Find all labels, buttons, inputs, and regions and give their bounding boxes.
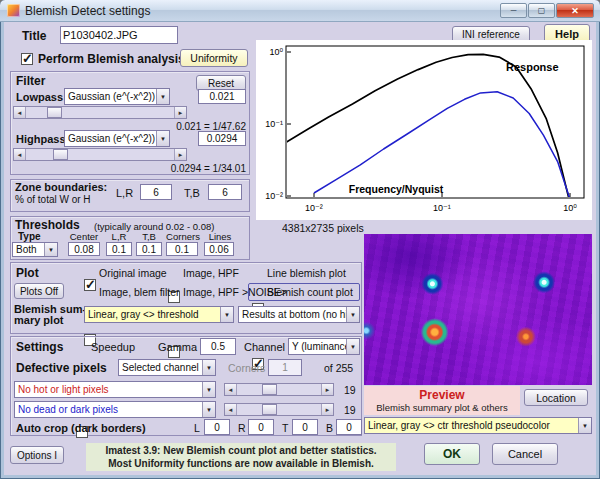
summary-plot-select[interactable]: Linear, gray <> threshold ▼ <box>84 306 234 323</box>
corners-input[interactable] <box>268 359 302 376</box>
x-tick-2: 10⁰ <box>563 203 577 213</box>
lowpass-value-input[interactable] <box>198 89 246 104</box>
speedup-label[interactable]: Speedup <box>91 341 135 353</box>
plot-label: Plot <box>16 266 39 280</box>
location-button[interactable]: Location <box>524 389 588 406</box>
threshold-type-select[interactable]: Both ▼ <box>12 242 58 257</box>
hot-pixels-slider[interactable]: ◄ ► <box>224 383 334 396</box>
gamma-input[interactable] <box>200 338 236 355</box>
ok-button[interactable]: OK <box>424 443 480 465</box>
image-hpf-label[interactable]: Image, HPF <box>183 267 239 279</box>
slider-right-arrow-icon[interactable]: ► <box>174 107 186 118</box>
preview-display-select[interactable]: Linear, gray <> ctr threshold pseudocolo… <box>364 417 592 434</box>
autocrop-t-label: T <box>282 422 288 434</box>
dead-pixels-select[interactable]: No dead or dark pixels ▼ <box>14 401 216 418</box>
autocrop-l-input[interactable] <box>204 419 230 435</box>
blemish-preview-image <box>364 234 592 385</box>
x-tick-1: 10⁻¹ <box>433 203 451 213</box>
uniformity-button[interactable]: Uniformity <box>180 49 248 67</box>
preview-title: Preview <box>419 388 464 402</box>
slider-left-arrow-icon[interactable]: ◄ <box>14 107 26 118</box>
thresholds-label: Thresholds <box>15 218 80 232</box>
channel-select[interactable]: Y (luminance) ▼ <box>288 338 360 355</box>
perform-analysis-checkbox[interactable] <box>21 53 33 65</box>
zone-tb-input[interactable] <box>208 184 242 200</box>
autocrop-t-input[interactable] <box>292 419 318 435</box>
response-plot-panel: Response Frequency/Nyquist 10⁰ 10⁻¹ 10⁻²… <box>256 40 592 220</box>
slider-thumb[interactable] <box>262 384 277 395</box>
highpass-slider[interactable]: ◄ ► <box>13 148 187 161</box>
channel-label: Channel <box>244 341 285 353</box>
highpass-label: Highpass <box>16 133 66 145</box>
window-controls: ─ ▢ ✕ <box>499 3 594 18</box>
defective-pixels-label: Defective pixels <box>16 361 107 375</box>
autocrop-r-input[interactable] <box>248 419 274 435</box>
slider-thumb[interactable] <box>47 107 62 118</box>
note-line2: Most Uniformity functions are now availa… <box>108 457 374 470</box>
defective-channel-select[interactable]: Selected channel ▼ <box>118 359 216 376</box>
highpass-type-select[interactable]: Gaussian (e^(-x^2)) ▼ <box>64 130 170 147</box>
maximize-icon[interactable]: ▢ <box>528 3 555 18</box>
slider-right-arrow-icon[interactable]: ► <box>321 404 333 415</box>
summary-plot-label-line2: mary plot <box>14 314 64 326</box>
slider-right-arrow-icon[interactable]: ► <box>321 384 333 395</box>
line-blemish-label[interactable]: Line blemish plot <box>267 267 346 279</box>
original-image-checkbox[interactable] <box>84 279 96 291</box>
slider-thumb[interactable] <box>262 404 277 415</box>
autocrop-b-label: B <box>326 422 333 434</box>
autocrop-b-input[interactable] <box>336 419 362 435</box>
zone-lr-input[interactable] <box>140 184 172 200</box>
original-image-label[interactable]: Original image <box>99 267 167 279</box>
y-tick-0: 10⁰ <box>269 47 283 57</box>
slider-left-arrow-icon[interactable]: ◄ <box>225 404 237 415</box>
options-button[interactable]: Options I <box>10 446 64 464</box>
dead-pixels-slider[interactable]: ◄ ► <box>224 403 334 416</box>
threshold-type-label: Type <box>18 231 41 242</box>
corners-label: Corners <box>228 362 265 374</box>
lowpass-type-select[interactable]: Gaussian (e^(-x^2)) ▼ <box>64 88 170 105</box>
threshold-lines-input[interactable] <box>204 242 234 256</box>
threshold-col-lines: Lines <box>203 231 237 242</box>
title-input[interactable] <box>60 26 178 44</box>
results-select[interactable]: Results at bottom (no histogram) ▼ <box>238 306 360 323</box>
x-axis-label: Frequency/Nyquist <box>349 183 444 195</box>
threshold-col-lr: L,R <box>104 231 134 242</box>
hot-pixels-level: 19 <box>344 384 356 396</box>
chevron-down-icon: ▼ <box>156 131 169 146</box>
lowpass-label: Lowpass <box>16 91 63 103</box>
gamma-label: Gamma <box>158 341 197 353</box>
slider-thumb[interactable] <box>53 149 68 160</box>
lowpass-slider[interactable]: ◄ ► <box>13 106 187 119</box>
chevron-down-icon: ▼ <box>202 382 215 397</box>
slider-right-arrow-icon[interactable]: ► <box>174 149 186 160</box>
cancel-button[interactable]: Cancel <box>492 443 558 465</box>
slider-left-arrow-icon[interactable]: ◄ <box>225 384 237 395</box>
hot-pixels-select[interactable]: No hot or light pixels ▼ <box>14 381 216 398</box>
zone-sublabel: % of total W or H <box>15 194 91 205</box>
zone-lr-label: L,R <box>116 187 133 199</box>
highpass-note: 0.0294 = 1/34.01 <box>120 163 246 174</box>
chevron-down-icon: ▼ <box>220 307 233 322</box>
note-line1: Imatest 3.9: New Blemish count plot and … <box>105 444 376 457</box>
close-icon[interactable]: ✕ <box>556 3 594 18</box>
minimize-icon[interactable]: ─ <box>500 3 527 18</box>
plots-off-button[interactable]: Plots Off <box>14 283 64 299</box>
slider-left-arrow-icon[interactable]: ◄ <box>14 149 26 160</box>
threshold-lr-input[interactable] <box>106 242 132 256</box>
threshold-center-input[interactable] <box>68 242 100 256</box>
blemish-count-label[interactable]: Blemish count plot <box>267 286 353 298</box>
chevron-down-icon: ▼ <box>202 402 215 417</box>
image-blem-filter-label[interactable]: Image, blem filter <box>99 286 180 298</box>
image-pixels-label: 4381x2735 pixels <box>282 222 364 234</box>
threshold-tb-input[interactable] <box>136 242 162 256</box>
chevron-down-icon: ▼ <box>156 89 169 104</box>
y-tick-1: 10⁻¹ <box>265 119 283 129</box>
threshold-corners-input[interactable] <box>166 242 198 256</box>
response-annotation: Response <box>506 61 559 73</box>
settings-label: Settings <box>16 340 63 354</box>
highpass-value-input[interactable] <box>198 131 246 146</box>
y-tick-2: 10⁻² <box>265 191 283 201</box>
autocrop-l-label: L <box>194 422 200 434</box>
perform-analysis-label[interactable]: Perform Blemish analysis <box>38 52 185 66</box>
chevron-down-icon: ▼ <box>44 243 57 256</box>
